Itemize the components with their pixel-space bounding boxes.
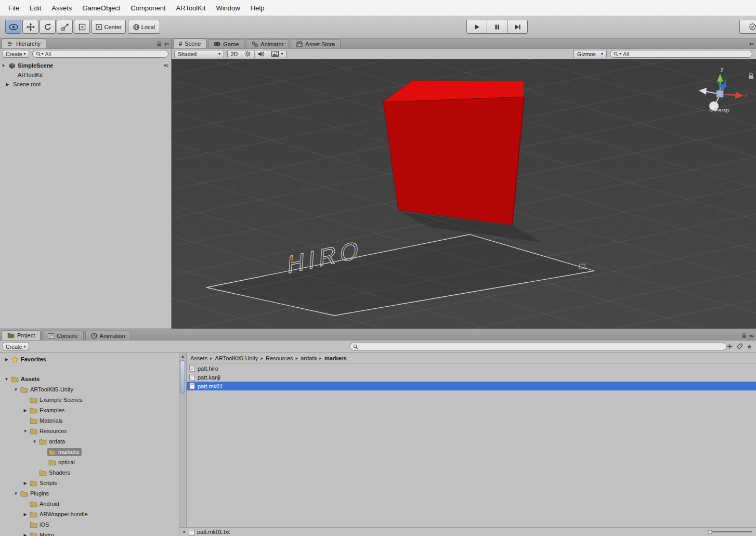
- search-by-type-button[interactable]: [725, 343, 734, 351]
- expand-arrow[interactable]: ▶: [22, 481, 29, 486]
- collab-button[interactable]: Co: [739, 20, 756, 34]
- rect-tool-button[interactable]: [74, 20, 90, 34]
- menu-file[interactable]: File: [3, 2, 24, 14]
- tree-item-optical[interactable]: optical: [0, 457, 179, 467]
- tree-item-arwrapper-bundle[interactable]: ▶ ARWrapper.bundle: [0, 509, 179, 519]
- tree-item-metro[interactable]: ▶ Metro: [0, 530, 179, 536]
- tree-item-materials[interactable]: Materials: [0, 416, 179, 425]
- tab-console[interactable]: Console: [42, 331, 83, 340]
- tab-scene[interactable]: # Scene: [173, 38, 206, 48]
- hierarchy-item-scene-root[interactable]: ▶ Scene root: [0, 80, 171, 89]
- menu-artoolkit[interactable]: ARToolKit: [171, 2, 211, 14]
- tab-animation[interactable]: Animation: [85, 331, 131, 340]
- breadcrumb-artoolkit5-unity[interactable]: ARToolKit5-Unity: [215, 355, 258, 361]
- tree-item-ardata[interactable]: ▼ ardata: [0, 437, 179, 446]
- tab-hierarchy[interactable]: Hierarchy: [2, 38, 46, 48]
- tree-item-scripts[interactable]: ▶ Scripts: [0, 478, 179, 488]
- menu-gameobject[interactable]: GameObject: [77, 2, 125, 14]
- pivot-toggle-button[interactable]: Center: [92, 20, 126, 34]
- lock-icon[interactable]: [157, 41, 162, 47]
- tree-item-plugins[interactable]: ▼ Plugins: [0, 489, 179, 498]
- lighting-toggle-button[interactable]: [241, 50, 254, 58]
- view-tool-button[interactable]: [5, 20, 21, 34]
- move-tool-button[interactable]: [22, 20, 38, 34]
- expand-arrow[interactable]: ▼: [31, 439, 38, 444]
- gizmos-dropdown[interactable]: Gizmos▾: [573, 50, 607, 58]
- scene-header-row[interactable]: ▼ SimpleScene ▾≡: [0, 61, 171, 70]
- expand-arrow[interactable]: ▼: [12, 387, 19, 392]
- gizmo-center-cube[interactable]: [716, 90, 723, 97]
- tree-item-favorites[interactable]: ▶ Favorites: [0, 355, 179, 364]
- pane-menu-icon[interactable]: ▾≡: [749, 42, 753, 47]
- menu-help[interactable]: Help: [245, 2, 270, 14]
- project-search-input[interactable]: [349, 343, 727, 350]
- space-toggle-button[interactable]: Local: [128, 20, 160, 34]
- play-button[interactable]: [466, 20, 487, 34]
- expand-arrow[interactable]: ▼: [0, 63, 7, 68]
- tab-animator[interactable]: Animator: [246, 39, 289, 48]
- pane-menu-icon[interactable]: ▾≡: [164, 42, 168, 47]
- tree-item-examples[interactable]: ▶ Examples: [0, 406, 179, 415]
- create-button[interactable]: Create▾: [3, 50, 29, 58]
- asset-patt-kanji[interactable]: patt.kanji: [187, 373, 756, 382]
- hierarchy-search-input[interactable]: ▾ All: [32, 50, 168, 58]
- expand-arrow[interactable]: ▶: [22, 533, 29, 536]
- rotate-tool-button[interactable]: [40, 20, 56, 34]
- projection-mode-label[interactable]: Persp: [714, 107, 729, 113]
- scene-viewport[interactable]: HIRO: [172, 59, 756, 329]
- tree-item-assets[interactable]: ▼ Assets: [0, 374, 179, 384]
- tree-item-markers[interactable]: markers: [0, 447, 179, 456]
- breadcrumb-resources[interactable]: Resources: [266, 355, 293, 361]
- breadcrumb-current-folder[interactable]: markers: [324, 355, 347, 361]
- expand-arrow[interactable]: ▶: [22, 408, 29, 413]
- tree-item-resources[interactable]: ▼ Resources: [0, 426, 179, 436]
- pause-button[interactable]: [487, 20, 507, 34]
- scene-search-input[interactable]: ▾ All: [610, 50, 752, 58]
- tab-asset-store[interactable]: Asset Store: [291, 39, 341, 48]
- menu-assets[interactable]: Assets: [46, 2, 77, 14]
- shading-mode-dropdown[interactable]: Shaded▾: [174, 50, 224, 58]
- tab-project[interactable]: Project: [2, 330, 41, 340]
- tab-game[interactable]: Game: [208, 39, 244, 48]
- effects-dropdown[interactable]: ▾: [268, 50, 286, 58]
- expand-arrow[interactable]: ▶: [3, 357, 10, 362]
- move-icon: [27, 23, 35, 31]
- audio-toggle-button[interactable]: [254, 50, 268, 58]
- menu-edit[interactable]: Edit: [24, 2, 46, 14]
- tree-item-artoolkit5-unity[interactable]: ▼ ARToolKit5-Unity: [0, 385, 179, 394]
- expand-arrow[interactable]: ▼: [3, 377, 10, 382]
- project-scrollbar[interactable]: ▲: [179, 353, 187, 527]
- menu-window[interactable]: Window: [211, 2, 245, 14]
- scroll-down-icon[interactable]: ▼: [182, 530, 186, 534]
- tree-item-ios[interactable]: iOS: [0, 520, 179, 529]
- saved-search-star-button[interactable]: ★: [745, 343, 754, 351]
- search-by-label-button[interactable]: [735, 343, 744, 351]
- expand-arrow[interactable]: ▼: [12, 491, 19, 496]
- project-folder-tree: ▶ Favorites ▼ Assets ▼ ARToolKit5-Unity …: [0, 353, 179, 536]
- menu-component[interactable]: Component: [125, 2, 171, 14]
- thumbnail-size-slider[interactable]: [708, 530, 752, 534]
- toggle-2d-button[interactable]: 2D: [228, 50, 241, 58]
- lock-icon[interactable]: [741, 333, 747, 338]
- step-button[interactable]: [507, 20, 528, 34]
- slider-knob[interactable]: [708, 530, 712, 534]
- expand-arrow[interactable]: ▼: [22, 429, 29, 434]
- scrollbar-thumb[interactable]: [180, 360, 185, 394]
- hierarchy-item-artoolkit[interactable]: ARToolKit: [0, 70, 171, 80]
- tree-item-shaders[interactable]: Shaders: [0, 468, 179, 477]
- expand-arrow[interactable]: ▶: [4, 82, 11, 87]
- expand-arrow[interactable]: ▶: [22, 512, 29, 517]
- scroll-up-icon[interactable]: ▲: [179, 354, 186, 359]
- scale-tool-button[interactable]: [57, 20, 73, 34]
- pane-menu-icon[interactable]: ▾≡: [164, 63, 171, 68]
- tree-item-example-scenes[interactable]: Example Scenes: [0, 395, 179, 404]
- pane-menu-icon[interactable]: ▾≡: [749, 333, 753, 338]
- create-button[interactable]: Create▾: [3, 343, 29, 350]
- asset-patt-mk01[interactable]: patt.mk01: [187, 382, 756, 390]
- speaker-icon: [258, 51, 265, 57]
- red-cube[interactable]: [383, 81, 524, 225]
- tree-item-android[interactable]: Android: [0, 499, 179, 508]
- breadcrumb-assets[interactable]: Assets: [190, 355, 207, 361]
- breadcrumb-ardata[interactable]: ardata: [301, 355, 317, 361]
- asset-patt-hiro[interactable]: patt.hiro: [187, 364, 756, 373]
